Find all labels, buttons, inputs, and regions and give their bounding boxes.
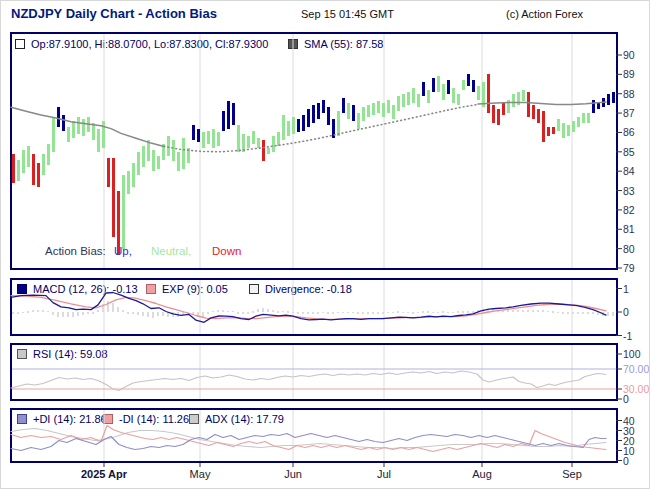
- y-tick-label: 1: [623, 283, 629, 295]
- y-tick-label: 30.00: [623, 383, 649, 395]
- month-label: Sep: [562, 468, 582, 480]
- dmi-panel: +DI (14): 21.86 -DI (14): 11.26 ADX (14)…: [10, 408, 618, 463]
- y-tick-label: 0: [623, 306, 629, 318]
- exp-legend-label: EXP (9): 0.05: [162, 283, 228, 295]
- y-tick-label: 89: [623, 68, 635, 80]
- y-tick-label: 0: [623, 393, 629, 405]
- y-tick-label: 10: [623, 445, 635, 457]
- divergence-legend: Divergence: -0.18: [249, 283, 352, 295]
- y-tick-label: -1: [623, 330, 632, 342]
- y-tick-label: 81: [623, 223, 635, 235]
- y-tick-label: 79: [623, 262, 635, 274]
- action-bias-neutral: Neutral,: [151, 245, 191, 257]
- page-title: NZDJPY Daily Chart - Action Bias: [11, 6, 217, 21]
- divergence-legend-label: Divergence: -0.18: [265, 283, 352, 295]
- y-tick-label: 40: [623, 415, 635, 427]
- y-tick-label: 90: [623, 49, 635, 61]
- y-tick-label: 30: [623, 425, 635, 437]
- y-tick-label: 83: [623, 185, 635, 197]
- macd-legend-square-icon: [17, 284, 27, 294]
- plus-di-legend-label: +DI (14): 21.86: [33, 413, 107, 425]
- y-tick-label: 84: [623, 165, 635, 177]
- divergence-legend-square-icon: [249, 284, 259, 294]
- y-tick-label: 20: [623, 435, 635, 447]
- ohlc-legend-square-icon: [15, 39, 25, 49]
- exp-legend-square-icon: [146, 284, 156, 294]
- ohlc-legend: Op:87.9100, Hi:88.0700, Lo:87.8300, Cl:8…: [15, 38, 268, 50]
- minus-di-legend-square-icon: [103, 414, 113, 424]
- y-tick-label: 70.00: [623, 363, 649, 375]
- timestamp: Sep 15 01:45 GMT: [301, 8, 394, 20]
- rsi-panel: RSI (14): 59.08: [10, 343, 618, 401]
- adx-legend: ADX (14): 17.79: [189, 413, 284, 425]
- price-panel: Op:87.9100, Hi:88.0700, Lo:87.8300, Cl:8…: [10, 32, 618, 270]
- sma-legend-square-icon: [288, 39, 298, 49]
- action-bias-up: Up,: [114, 245, 132, 257]
- chart-screenshot: NZDJPY Daily Chart - Action Bias Sep 15 …: [0, 0, 650, 489]
- plus-di-legend: +DI (14): 21.86: [17, 413, 107, 425]
- month-label: Jun: [284, 468, 302, 480]
- rsi-legend-square-icon: [17, 349, 27, 359]
- month-label: Jul: [377, 468, 391, 480]
- y-tick-label: 80: [623, 243, 635, 255]
- y-tick-label: 0: [623, 455, 629, 467]
- macd-legend: MACD (12, 26): -0.13: [17, 283, 138, 295]
- ohlc-legend-label: Op:87.9100, Hi:88.0700, Lo:87.8300, Cl:8…: [31, 38, 268, 50]
- y-tick-label: 82: [623, 204, 635, 216]
- month-label: May: [190, 468, 211, 480]
- adx-legend-label: ADX (14): 17.79: [205, 413, 284, 425]
- copyright: (c) Action Forex: [506, 8, 583, 20]
- month-label: 2025 Apr: [81, 468, 128, 480]
- rsi-legend: RSI (14): 59.08: [17, 348, 108, 360]
- macd-panel: MACD (12, 26): -0.13 EXP (9): 0.05 Diver…: [10, 278, 618, 336]
- month-label: Aug: [472, 468, 492, 480]
- minus-di-legend-label: -DI (14): 11.26: [119, 413, 189, 425]
- rsi-legend-label: RSI (14): 59.08: [33, 348, 108, 360]
- sma-legend-label: SMA (55): 87.58: [304, 38, 384, 50]
- adx-legend-square-icon: [189, 414, 199, 424]
- y-tick-label: 87: [623, 107, 635, 119]
- y-tick-label: 86: [623, 126, 635, 138]
- exp-legend: EXP (9): 0.05: [146, 283, 228, 295]
- macd-legend-label: MACD (12, 26): -0.13: [33, 283, 138, 295]
- plus-di-legend-square-icon: [17, 414, 27, 424]
- minus-di-legend: -DI (14): 11.26: [103, 413, 189, 425]
- y-tick-label: 85: [623, 146, 635, 158]
- sma-legend: SMA (55): 87.58: [288, 38, 384, 50]
- action-bias-down: Down: [212, 245, 241, 257]
- y-tick-label: 100: [623, 348, 641, 360]
- y-tick-label: 88: [623, 88, 635, 100]
- action-bias-label: Action Bias:: [45, 245, 106, 257]
